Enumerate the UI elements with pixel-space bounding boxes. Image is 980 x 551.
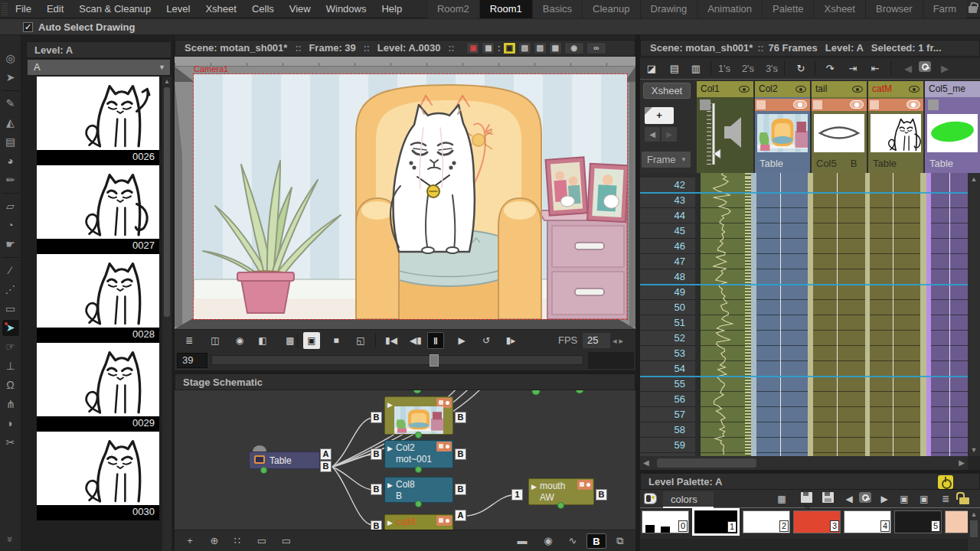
new-style-icon[interactable]: ▣ [897,492,911,506]
frame-drawing[interactable] [37,77,159,150]
compare-snapshot-icon[interactable]: ◧ [254,332,271,349]
frame-drawing[interactable] [37,432,159,505]
room-tab-drawing[interactable]: Drawing [640,0,697,18]
xsheet-hscrollbar[interactable]: ◀ ▶ [640,456,968,470]
row-44[interactable]: 44 [640,208,695,223]
camera3d-view-icon[interactable]: ▨ [534,42,547,54]
prev-key-icon[interactable]: ◀ [900,61,916,77]
menu-xsheet[interactable]: Xsheet [198,0,243,18]
tool-animate-tool[interactable]: ◎ [2,51,19,67]
tool-brush-tool[interactable]: ✎ [2,96,19,112]
column-header-col2[interactable]: Col2Table [755,81,810,173]
port-b[interactable]: B [371,412,382,423]
fit-schematic-icon[interactable]: + [182,533,198,549]
row-58[interactable]: 58 [640,422,695,438]
preview-fx-icon[interactable]: ▩ [282,332,299,349]
camera-view-mode[interactable]: ▣ [303,332,320,349]
camstand-view-icon[interactable]: ▧ [518,42,531,54]
render-port[interactable] [415,466,422,473]
frame-drawing[interactable] [37,343,159,416]
rooms-lock-icon[interactable] [969,6,977,13]
row-52[interactable]: 52 [640,331,695,346]
focus-node-icon[interactable]: ⊕ [207,533,222,549]
frame-number-field[interactable]: 39 [177,353,207,368]
room-tab-xsheet[interactable]: Xsheet [813,0,864,18]
frame-drawing[interactable] [37,165,159,239]
menu-help[interactable]: Help [374,0,410,18]
render-port[interactable] [415,500,422,507]
palette-scrollbar[interactable]: ▲ [968,508,980,551]
save-previewed-icon[interactable]: ◫ [207,332,224,349]
port-a[interactable]: A [320,448,332,460]
row-51[interactable]: 51 [640,315,695,331]
node-toggle-icons[interactable] [436,516,452,526]
frame-drawing[interactable] [37,254,159,328]
level-strip-scrollbar[interactable]: ▲ [162,77,172,551]
fps-spinner[interactable]: ◂ ▸ [612,333,623,348]
key-icon[interactable] [858,492,872,506]
motion-path-icon[interactable]: ▭ [279,533,294,549]
step-1s-button[interactable]: 1's [717,61,732,77]
save-palette-icon[interactable] [821,492,835,506]
prev-frame-icon[interactable]: ◀ [645,127,660,142]
node-toggle-icons[interactable] [436,442,452,452]
tool-tape-tool[interactable]: ◔ [2,217,19,233]
catm-cells[interactable] [870,173,920,456]
step-2s-button[interactable]: 2's [740,61,756,77]
schematic-node-col2[interactable]: ▶ Col2 mot~001 [384,440,453,468]
first-frame-button[interactable]: ▮◀ [383,332,400,349]
xsheet-cell-area[interactable]: 42434445464748495051525354555657585960 [640,173,968,456]
frame-slider-track[interactable] [211,355,583,365]
style-square[interactable] [700,99,710,110]
row-56[interactable]: 56 [640,392,695,407]
load-in-icon[interactable]: ⇥ [845,61,861,77]
render-port[interactable] [415,432,422,439]
row-45[interactable]: 45 [640,223,695,239]
port-b[interactable]: B [455,484,466,495]
column-header-catm[interactable]: catMTable [868,81,923,173]
tool-type-tool[interactable]: ▤ [2,134,19,150]
schematic-node-mouth[interactable]: ▶ mouth AW [528,478,594,505]
save-palette-as-icon[interactable] [799,492,813,506]
row-59[interactable]: 59 [640,438,695,453]
menu-edit[interactable]: Edit [39,0,71,18]
next-key-icon[interactable]: ▶ [937,61,952,77]
level-frame-0026[interactable]: 0026 [37,77,159,165]
paste-numbers-icon[interactable]: ▥ [688,61,704,77]
column-filter-bar[interactable] [812,99,867,111]
tool-style-picker-tool[interactable]: ∕ [2,262,19,279]
vcr-preview-icon[interactable]: ∞ [586,42,606,54]
viewer-canvas[interactable]: Camera1 [175,57,635,329]
freeze-icon[interactable]: ▣ [503,42,516,54]
load-out-icon[interactable]: ⇤ [867,61,883,77]
normal-link-icon[interactable]: ▭ [254,533,270,549]
port-b[interactable]: B [596,489,607,500]
power-toggle-icon[interactable] [938,475,953,489]
schematic-canvas[interactable]: Table A B ▶ B B ▶ Col2 mot~001 B B ▶ Col… [175,390,635,530]
level-dropdown[interactable]: A ▼ [28,60,170,75]
menu-level[interactable]: Level [158,0,198,18]
paste-cells-icon[interactable]: ▤ [667,61,682,77]
xsheet-vscrollbar[interactable]: ▲ ▼ [968,173,980,456]
row-47[interactable]: 47 [640,254,695,269]
port-b[interactable]: B [455,448,466,460]
tool-skeleton-tool[interactable]: ⋔ [2,396,19,412]
column-header-col5_me[interactable]: Col5_meTable [925,81,980,173]
more-tools-icon[interactable]: » [5,536,16,542]
scroll-left-icon[interactable]: ◀ [643,456,649,470]
tool-ruler-tool[interactable]: ▭ [2,301,19,317]
col2-cells[interactable] [756,173,808,456]
scroll-right-icon[interactable]: ▶ [959,456,965,470]
tool-fill-tool[interactable]: ◕ [2,153,19,169]
menu-cells[interactable]: Cells [244,0,282,18]
palette-style-2[interactable]: 2 [743,510,790,533]
palette-style-3[interactable]: 3 [793,510,841,533]
room-tab-farm[interactable]: Farm [923,0,966,18]
tab-colors[interactable]: colors [663,491,714,508]
next-piece-button[interactable]: ▮▸ [502,332,519,349]
loop-button[interactable]: ↺ [478,332,495,349]
frame-dropdown[interactable]: Frame ▼ [642,152,691,168]
key-icon[interactable] [917,61,933,77]
row-43[interactable]: 43 [640,193,695,208]
scroll-down-icon[interactable]: ▼ [968,446,980,454]
